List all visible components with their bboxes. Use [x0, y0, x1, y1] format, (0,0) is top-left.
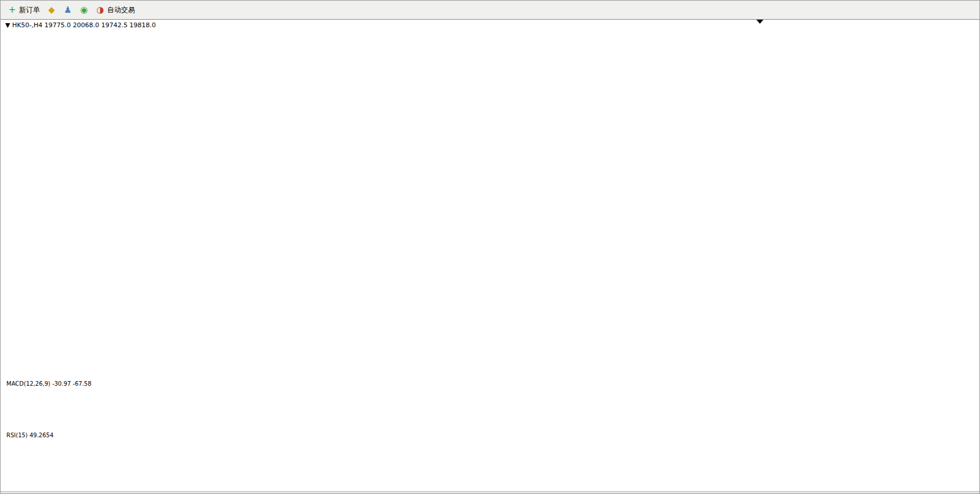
- macd-indicator-label: MACD(12,26,9) -30.97 -67.58: [6, 380, 92, 387]
- rsi-indicator-label: RSI(15) 49.2654: [6, 432, 53, 438]
- chart-shift-marker-icon[interactable]: [756, 20, 763, 24]
- chart-ohlc-title: ▼ HK50-,H4 19775.0 20068.0 19742.5 19818…: [5, 21, 156, 29]
- chart-canvas[interactable]: [1, 1, 980, 494]
- terminal-window: +新订单◆♟◉◑自动交易 ▼ HK50-,H4 19775.0 20068.0 …: [0, 0, 980, 494]
- status-strip: [1, 491, 980, 494]
